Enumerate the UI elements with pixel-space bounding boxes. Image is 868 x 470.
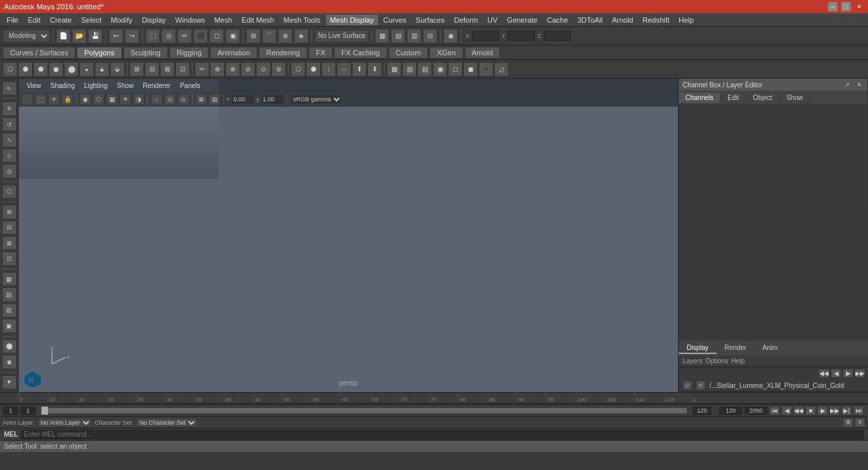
color-mode-dropdown[interactable]: sRGB gamma	[290, 94, 343, 105]
vp-lock-btn[interactable]: 🔒	[61, 93, 73, 105]
menu-3dtoall[interactable]: 3DToAll	[573, 15, 607, 25]
poly-btn30[interactable]: ◼	[463, 62, 478, 77]
menu-edit-mesh[interactable]: Edit Mesh	[237, 15, 278, 25]
poly-btn3[interactable]: ⬟	[33, 62, 48, 77]
no-live-surface[interactable]: No Live Surface	[315, 29, 369, 43]
lt-btn3[interactable]: ⊟	[2, 221, 17, 235]
menu-surfaces[interactable]: Surfaces	[412, 15, 449, 25]
poly-btn14[interactable]: ⊕	[210, 62, 225, 77]
tab-rendering[interactable]: Rendering	[259, 47, 307, 59]
lt-btn1[interactable]: ⬡	[2, 185, 17, 199]
la-tab-help[interactable]: Help	[731, 357, 745, 365]
lt-btn10[interactable]: ⬤	[2, 339, 17, 353]
menu-deform[interactable]: Deform	[450, 15, 482, 25]
poly-btn32[interactable]: ◿	[494, 62, 509, 77]
poly-btn22[interactable]: ↔	[337, 62, 351, 77]
tab-channels[interactable]: Channels	[679, 93, 721, 103]
window-controls[interactable]: ─ □ ✕	[828, 2, 864, 11]
menu-help[interactable]: Help	[675, 15, 698, 25]
la-tab-options[interactable]: Options	[705, 357, 728, 365]
menu-select[interactable]: Select	[77, 15, 106, 25]
rotate-tool-btn[interactable]: ↺	[2, 117, 17, 131]
char-set-dropdown[interactable]: No Character Set	[136, 418, 197, 427]
panel-float-btn[interactable]: ↗	[843, 80, 852, 89]
dt-tab-display[interactable]: Display	[679, 343, 717, 354]
vp-lights-btn[interactable]: ☀	[119, 93, 131, 105]
sel-by-comp[interactable]: ◻	[209, 29, 224, 43]
menu-curves[interactable]: Curves	[379, 15, 411, 25]
menu-create[interactable]: Create	[46, 15, 76, 25]
lt-btn6[interactable]: ▦	[2, 272, 17, 286]
poly-btn31[interactable]: ◾	[479, 62, 493, 77]
exposure-field[interactable]: 0.00	[231, 94, 255, 105]
gamma-field[interactable]: 1.00	[261, 94, 284, 105]
end-frame-input[interactable]	[719, 406, 743, 415]
snap-curve[interactable]: ⌒	[262, 29, 277, 43]
playback-end-input[interactable]	[744, 406, 768, 415]
poly-btn15[interactable]: ⊗	[225, 62, 240, 77]
redo-btn[interactable]: ↪	[125, 29, 139, 43]
poly-btn6[interactable]: ⬥	[79, 62, 94, 77]
lc-btn4[interactable]: ▶▶	[855, 369, 865, 378]
timeline-cursor[interactable]	[41, 407, 48, 415]
play-btn-ff[interactable]: ▶▶	[829, 406, 840, 415]
tab-arnold[interactable]: Arnold	[465, 47, 501, 59]
poly-btn7[interactable]: ▲	[95, 62, 109, 77]
poly-btn18[interactable]: ⊚	[271, 62, 286, 77]
poly-btn28[interactable]: ▣	[433, 62, 447, 77]
new-btn[interactable]: 📄	[56, 29, 71, 43]
tab-fx-caching[interactable]: FX Caching	[334, 47, 387, 59]
more-sel[interactable]: ▣	[225, 29, 240, 43]
z-field[interactable]	[544, 31, 571, 41]
save-btn[interactable]: 💾	[88, 29, 103, 43]
dt-tab-anim[interactable]: Anim	[755, 343, 786, 354]
vp-menu-lighting[interactable]: Lighting	[80, 81, 111, 91]
select-tool-btn[interactable]: ↖	[2, 81, 17, 95]
vp-hud-btn[interactable]: ▤	[209, 93, 221, 105]
vp-menu-panels[interactable]: Panels	[176, 81, 205, 91]
poly-btn16[interactable]: ⊘	[241, 62, 255, 77]
play-btn-next[interactable]: ▶|	[841, 406, 852, 415]
poly-btn26[interactable]: ▥	[402, 62, 417, 77]
tab-curves-surfaces[interactable]: Curves / Surfaces	[3, 47, 75, 59]
lc-btn1[interactable]: ◀◀	[819, 369, 829, 378]
play-btn-start[interactable]: ⏮	[769, 406, 780, 415]
open-btn[interactable]: 📂	[72, 29, 87, 43]
render-btn4[interactable]: ⊟	[423, 29, 437, 43]
poly-btn25[interactable]: ▦	[387, 62, 401, 77]
vp-rez-btn[interactable]: ⊠	[195, 93, 207, 105]
vp-menu-renderer[interactable]: Renderer	[139, 81, 175, 91]
snap-surface[interactable]: ◈	[294, 29, 309, 43]
vp-menu-view[interactable]: View	[23, 81, 45, 91]
vp-menu-show[interactable]: Show	[113, 81, 137, 91]
vp-wireframe-btn[interactable]: ⬡	[93, 93, 105, 105]
poly-btn4[interactable]: ◼	[49, 62, 63, 77]
mode-dropdown[interactable]: Modeling	[3, 29, 50, 43]
maximize-button[interactable]: □	[841, 2, 851, 11]
status-icon1[interactable]: ⚙	[843, 418, 853, 427]
panel-close-btn[interactable]: ✕	[855, 80, 864, 89]
poly-btn13[interactable]: ✂	[195, 62, 209, 77]
tab-polygons[interactable]: Polygons	[77, 47, 121, 59]
lt-btn8[interactable]: ▥	[2, 303, 17, 317]
poly-btn11[interactable]: ⊠	[160, 62, 175, 77]
play-btn-back[interactable]: ◀◀	[793, 406, 804, 415]
minimize-button[interactable]: ─	[828, 2, 837, 11]
lt-btn2[interactable]: ⊞	[2, 205, 17, 219]
menu-display[interactable]: Display	[138, 15, 170, 25]
sel-by-region[interactable]: ⬛	[193, 29, 208, 43]
poly-btn12[interactable]: ⊡	[175, 62, 190, 77]
select-tool[interactable]: ⬚	[145, 29, 160, 43]
viewport[interactable]: View Shading Lighting Show Renderer Pane…	[19, 79, 678, 392]
soft-select-btn[interactable]: ◎	[2, 164, 17, 178]
poly-btn5[interactable]: ⬤	[64, 62, 79, 77]
play-btn-stop[interactable]: ■	[805, 406, 816, 415]
lc-btn2[interactable]: ◀	[831, 369, 841, 378]
layer-visibility-btn[interactable]: V	[683, 381, 692, 390]
close-button[interactable]: ✕	[855, 2, 864, 11]
tab-show[interactable]: Show	[779, 93, 810, 103]
tab-rigging[interactable]: Rigging	[169, 47, 209, 59]
poly-btn20[interactable]: ⬢	[306, 62, 321, 77]
poly-btn24[interactable]: ⬇	[367, 62, 382, 77]
vp-motion-btn[interactable]: ⊙	[177, 93, 189, 105]
